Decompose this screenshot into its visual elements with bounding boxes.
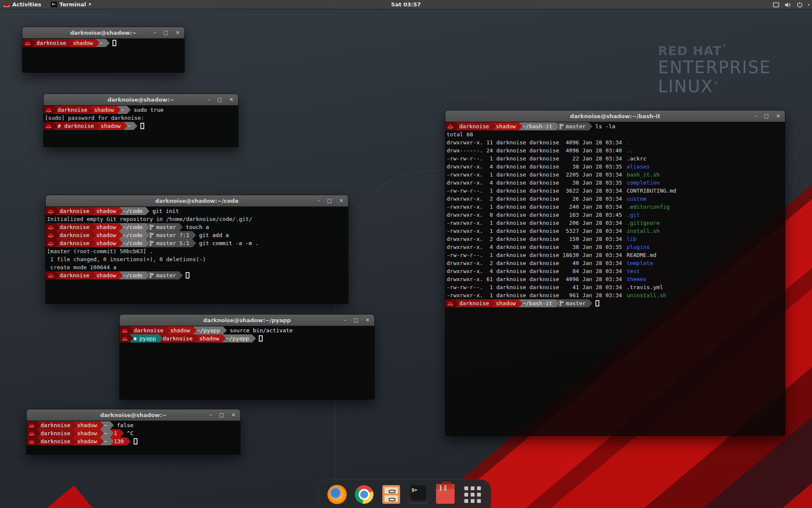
terminal-content[interactable]: darknoiseshadow~/bash-itmasterls -latota… [445,122,785,436]
maximize-button[interactable]: □ [327,198,332,203]
prompt-segment-user: darknoise [37,437,77,445]
redhat-prompt-icon [447,301,453,306]
terminal-cursor [186,272,189,279]
prompt-segment-user: darknoise [455,299,496,307]
top-bar: Activities $> Terminal ▼ Sat 03:57 ▾ [0,0,812,9]
prompt-segment-path: ~/bash-it [518,299,559,307]
terminal-line: -rwxrwxr-x. 1 darknoise darknoise 5327 J… [445,227,785,235]
maximize-button[interactable]: □ [219,412,224,417]
output-text: drwxrwxr-x. 4 darknoise darknoise 38 Jan… [445,163,625,171]
close-button[interactable]: ✕ [339,198,343,203]
terminal-cursor [112,40,116,46]
terminal-line: total 68 [445,130,785,138]
close-button[interactable]: ✕ [776,113,780,119]
prompt-segment-host: shadow [492,122,522,130]
prompt-segment-path: ~/bash-it [518,122,559,130]
terminal-icon: $> [409,485,428,504]
minimize-button[interactable]: – [208,97,210,102]
prompt-segment-user: darknoise [455,122,496,130]
dock-item-terminal[interactable]: $> [409,484,428,505]
prompt-segment-user: # darknoise [54,122,101,130]
power-icon[interactable] [797,2,803,8]
terminal-window-sudo: darknoise@shadow:~ –□✕ darknoiseshadow~s… [44,94,238,147]
terminal-line: darknoiseshadow~/pyappsource bin/activat… [120,326,374,334]
volume-icon[interactable] [785,2,792,8]
output-text: 1 file changed, 0 insertions(+), 0 delet… [46,255,206,263]
window-titlebar[interactable]: darknoise@shadow:~ –□✕ [44,94,238,105]
output-text: -rwxrwxr-x. 1 darknoise darknoise 206 Ja… [445,219,625,227]
redhat-prompt-icon [29,423,35,428]
prompt-segment-path: ~/code [119,231,149,239]
window-titlebar[interactable]: darknoise@shadow:~ –□✕ [22,27,184,39]
prompt-segment-git: master [145,223,183,231]
terminal-line: drwxrwxr-x. 4 darknoise darknoise 84 Jan… [445,267,785,275]
terminal-content[interactable]: darknoiseshadow~/codegit initInitialized… [46,207,348,304]
minimize-button[interactable]: – [154,30,156,35]
redhat-prompt-icon [48,225,54,229]
terminal-line: create mode 100644 a [46,263,348,271]
redhat-logo-icon [3,2,10,7]
output-text: [master (root-commit) 50bcb63] . [46,247,153,255]
maximize-button[interactable]: □ [217,97,222,102]
terminal-line: -rwxrwxr-x. 1 darknoise darknoise 206 Ja… [445,219,785,227]
window-title: darknoise@shadow:~ [100,412,167,418]
minimize-button[interactable]: – [344,318,346,323]
redhat-prompt-icon [29,439,35,444]
dock-item-firefox[interactable] [327,484,347,505]
output-text: template [625,259,653,267]
terminal-content[interactable]: darknoiseshadow~falsedarknoiseshadow~1^C… [27,421,240,454]
terminal-line: [master (root-commit) 50bcb63] . [46,247,348,255]
dock-item-toolbox[interactable] [436,484,455,505]
prompt-segment-host: shadow [97,122,127,130]
maximize-button[interactable]: □ [764,113,769,119]
minimize-button[interactable]: – [754,113,757,119]
close-button[interactable]: ✕ [176,30,180,35]
activities-button[interactable]: Activities [0,0,47,9]
clock[interactable]: Sat 03:57 [391,1,421,8]
dock-item-chrome[interactable] [354,484,374,505]
prompt-segment-path: ~/pyapp [222,334,256,342]
minimize-button[interactable]: – [210,412,212,417]
terminal-line: Initialized empty Git repository in /hom… [46,215,348,223]
terminal-line: darknoiseshadow~ [22,39,184,47]
git-branch-icon [149,232,154,238]
close-button[interactable]: ✕ [231,412,236,417]
terminal-content[interactable]: darknoiseshadow~ [22,39,184,72]
output-text: drwxrwxr-x. 2 darknoise darknoise 150 Ja… [445,235,625,243]
screen-icon[interactable] [773,2,779,8]
clock-area: Sat 03:57 [0,1,812,8]
output-text: .ackrc [625,155,647,163]
maximize-button[interactable]: □ [164,30,168,35]
terminal-line: drwxrwxr-x. 8 darknoise darknoise 163 Ja… [445,211,785,219]
app-menu-terminal[interactable]: $> Terminal ▼ [47,0,96,9]
output-text: . [625,138,630,146]
prompt-segment-path: ~/code [119,239,149,247]
window-titlebar[interactable]: darknoise@shadow:~/code –□✕ [46,195,348,207]
window-titlebar[interactable]: darknoise@shadow:~/pyapp –□✕ [120,315,374,326]
terminal-content[interactable]: darknoiseshadow~sudo true[sudo] password… [44,105,238,147]
window-titlebar[interactable]: darknoise@shadow:~ –□✕ [27,409,240,421]
terminal-line: -rwxrwxr-x. 1 darknoise darknoise 240 Ja… [445,203,785,211]
prompt-segment-path: ~/code [119,207,149,215]
output-text: aliases [625,163,650,171]
dock-item-files[interactable] [381,484,401,505]
terminal-content[interactable]: darknoiseshadow~/pyappsource bin/activat… [120,326,374,399]
terminal-cursor [134,438,137,444]
terminal-line: drwxrwxr-x. 2 darknoise darknoise 150 Ja… [445,235,785,243]
terminal-line: darknoiseshadow~/codemaster S:1git commi… [46,239,348,247]
window-titlebar[interactable]: darknoise@shadow:~/bash-it –□✕ [445,110,785,122]
close-button[interactable]: ✕ [229,97,233,102]
git-branch-icon [559,301,563,306]
registered-mark: ® [722,43,727,49]
terminal-window-bashit: darknoise@shadow:~/bash-it –□✕ darknoise… [445,110,785,436]
terminal-line: drwxrwxr-x. 61 darknoise darknoise 4096 … [445,275,785,283]
output-text: create mode 100644 a [46,263,116,271]
maximize-button[interactable]: □ [354,318,358,323]
command-text: ^C [127,429,134,437]
chevron-down-icon[interactable]: ▾ [808,3,809,7]
minimize-button[interactable]: – [318,198,320,203]
dock-item-app-grid[interactable] [463,484,483,505]
close-button[interactable]: ✕ [365,318,370,323]
prompt-segment-host: shadow [92,231,123,239]
terminal-cursor [140,123,144,129]
